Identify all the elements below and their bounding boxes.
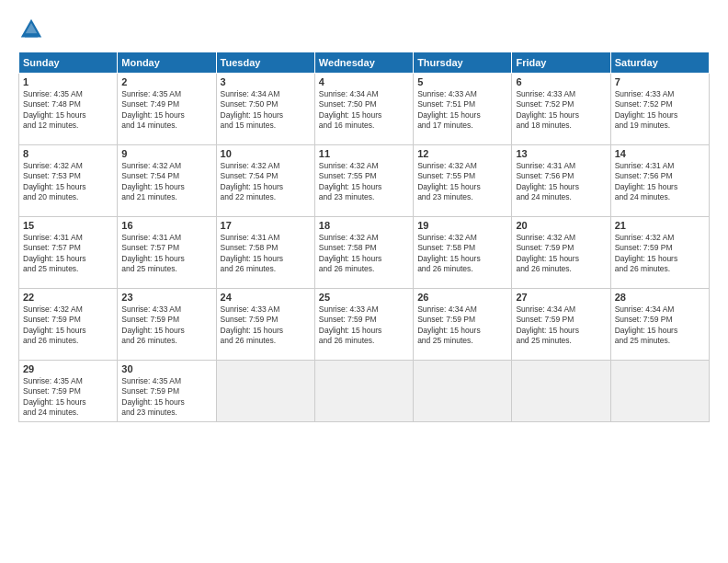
- calendar-cell: 25Sunrise: 4:33 AM Sunset: 7:59 PM Dayli…: [314, 289, 413, 361]
- day-number: 21: [615, 220, 705, 231]
- week-row-1: 1Sunrise: 4:35 AM Sunset: 7:48 PM Daylig…: [19, 74, 710, 145]
- header: [18, 17, 710, 42]
- logo-icon: [18, 17, 44, 42]
- week-row-4: 22Sunrise: 4:32 AM Sunset: 7:59 PM Dayli…: [19, 289, 710, 361]
- column-header-saturday: Saturday: [610, 52, 709, 74]
- calendar-cell: 30Sunrise: 4:35 AM Sunset: 7:59 PM Dayli…: [118, 361, 216, 422]
- column-header-friday: Friday: [512, 52, 610, 74]
- day-number: 22: [23, 292, 113, 303]
- day-number: 3: [221, 76, 311, 87]
- day-number: 15: [23, 220, 113, 231]
- day-number: 30: [121, 363, 211, 374]
- column-header-thursday: Thursday: [414, 52, 512, 74]
- logo: [18, 17, 48, 42]
- calendar-cell: 13Sunrise: 4:31 AM Sunset: 7:56 PM Dayli…: [512, 145, 610, 217]
- day-number: 14: [615, 148, 705, 159]
- day-number: 23: [121, 292, 211, 303]
- week-row-3: 15Sunrise: 4:31 AM Sunset: 7:57 PM Dayli…: [19, 217, 710, 289]
- calendar-cell: 14Sunrise: 4:31 AM Sunset: 7:56 PM Dayli…: [610, 145, 709, 217]
- day-info: Sunrise: 4:31 AM Sunset: 7:58 PM Dayligh…: [221, 233, 311, 275]
- day-number: 9: [121, 148, 211, 159]
- day-number: 2: [121, 76, 211, 87]
- calendar-cell: 22Sunrise: 4:32 AM Sunset: 7:59 PM Dayli…: [19, 289, 118, 361]
- day-number: 27: [516, 292, 606, 303]
- day-info: Sunrise: 4:34 AM Sunset: 7:50 PM Dayligh…: [319, 89, 409, 132]
- day-number: 16: [121, 220, 211, 231]
- column-header-monday: Monday: [118, 52, 216, 74]
- day-info: Sunrise: 4:35 AM Sunset: 7:49 PM Dayligh…: [121, 89, 211, 132]
- calendar-cell: 8Sunrise: 4:32 AM Sunset: 7:53 PM Daylig…: [19, 145, 118, 217]
- day-info: Sunrise: 4:35 AM Sunset: 7:48 PM Dayligh…: [23, 89, 113, 132]
- day-info: Sunrise: 4:32 AM Sunset: 7:59 PM Dayligh…: [516, 233, 606, 275]
- day-number: 4: [319, 76, 409, 87]
- calendar-cell: 12Sunrise: 4:32 AM Sunset: 7:55 PM Dayli…: [414, 145, 512, 217]
- calendar-cell: 9Sunrise: 4:32 AM Sunset: 7:54 PM Daylig…: [118, 145, 216, 217]
- day-info: Sunrise: 4:32 AM Sunset: 7:55 PM Dayligh…: [319, 161, 409, 203]
- calendar-cell: 5Sunrise: 4:33 AM Sunset: 7:51 PM Daylig…: [414, 74, 512, 145]
- calendar-cell: 18Sunrise: 4:32 AM Sunset: 7:58 PM Dayli…: [314, 217, 413, 289]
- calendar-cell: 1Sunrise: 4:35 AM Sunset: 7:48 PM Daylig…: [19, 74, 118, 145]
- day-number: 10: [221, 148, 311, 159]
- day-number: 25: [319, 292, 409, 303]
- day-info: Sunrise: 4:32 AM Sunset: 7:58 PM Dayligh…: [417, 233, 507, 275]
- calendar-cell: 26Sunrise: 4:34 AM Sunset: 7:59 PM Dayli…: [414, 289, 512, 361]
- day-number: 28: [615, 292, 705, 303]
- day-number: 8: [23, 148, 113, 159]
- calendar-cell: 11Sunrise: 4:32 AM Sunset: 7:55 PM Dayli…: [314, 145, 413, 217]
- day-number: 7: [615, 76, 705, 87]
- day-info: Sunrise: 4:32 AM Sunset: 7:58 PM Dayligh…: [319, 233, 409, 275]
- day-number: 12: [417, 148, 507, 159]
- day-info: Sunrise: 4:33 AM Sunset: 7:52 PM Dayligh…: [615, 89, 705, 132]
- calendar-cell: 27Sunrise: 4:34 AM Sunset: 7:59 PM Dayli…: [512, 289, 610, 361]
- day-info: Sunrise: 4:33 AM Sunset: 7:59 PM Dayligh…: [319, 304, 409, 347]
- calendar-cell: [610, 361, 709, 422]
- calendar-cell: 7Sunrise: 4:33 AM Sunset: 7:52 PM Daylig…: [610, 74, 709, 145]
- day-info: Sunrise: 4:32 AM Sunset: 7:59 PM Dayligh…: [615, 233, 705, 275]
- calendar-cell: 19Sunrise: 4:32 AM Sunset: 7:58 PM Dayli…: [414, 217, 512, 289]
- calendar-cell: [414, 361, 512, 422]
- calendar-cell: 2Sunrise: 4:35 AM Sunset: 7:49 PM Daylig…: [118, 74, 216, 145]
- calendar-cell: [512, 361, 610, 422]
- day-number: 26: [417, 292, 507, 303]
- calendar-cell: 20Sunrise: 4:32 AM Sunset: 7:59 PM Dayli…: [512, 217, 610, 289]
- day-info: Sunrise: 4:31 AM Sunset: 7:57 PM Dayligh…: [121, 233, 211, 275]
- day-info: Sunrise: 4:34 AM Sunset: 7:59 PM Dayligh…: [615, 304, 705, 347]
- day-info: Sunrise: 4:31 AM Sunset: 7:57 PM Dayligh…: [23, 233, 113, 275]
- calendar-cell: 17Sunrise: 4:31 AM Sunset: 7:58 PM Dayli…: [216, 217, 314, 289]
- calendar-cell: [216, 361, 314, 422]
- calendar-cell: 21Sunrise: 4:32 AM Sunset: 7:59 PM Dayli…: [610, 217, 709, 289]
- calendar-table: SundayMondayTuesdayWednesdayThursdayFrid…: [18, 52, 710, 422]
- day-number: 19: [417, 220, 507, 231]
- column-header-tuesday: Tuesday: [216, 52, 314, 74]
- day-info: Sunrise: 4:34 AM Sunset: 7:50 PM Dayligh…: [221, 89, 311, 132]
- day-info: Sunrise: 4:33 AM Sunset: 7:52 PM Dayligh…: [516, 89, 606, 132]
- week-row-2: 8Sunrise: 4:32 AM Sunset: 7:53 PM Daylig…: [19, 145, 710, 217]
- day-info: Sunrise: 4:32 AM Sunset: 7:53 PM Dayligh…: [23, 161, 113, 203]
- calendar-cell: 29Sunrise: 4:35 AM Sunset: 7:59 PM Dayli…: [19, 361, 118, 422]
- day-number: 24: [221, 292, 311, 303]
- calendar-cell: 23Sunrise: 4:33 AM Sunset: 7:59 PM Dayli…: [118, 289, 216, 361]
- day-info: Sunrise: 4:31 AM Sunset: 7:56 PM Dayligh…: [516, 161, 606, 203]
- column-header-sunday: Sunday: [19, 52, 118, 74]
- day-number: 11: [319, 148, 409, 159]
- calendar-cell: 10Sunrise: 4:32 AM Sunset: 7:54 PM Dayli…: [216, 145, 314, 217]
- day-number: 13: [516, 148, 606, 159]
- svg-rect-2: [25, 33, 38, 37]
- calendar-cell: 15Sunrise: 4:31 AM Sunset: 7:57 PM Dayli…: [19, 217, 118, 289]
- week-row-5: 29Sunrise: 4:35 AM Sunset: 7:59 PM Dayli…: [19, 361, 710, 422]
- header-row: SundayMondayTuesdayWednesdayThursdayFrid…: [19, 52, 710, 74]
- calendar-cell: 4Sunrise: 4:34 AM Sunset: 7:50 PM Daylig…: [314, 74, 413, 145]
- day-number: 5: [417, 76, 507, 87]
- page: SundayMondayTuesdayWednesdayThursdayFrid…: [0, 0, 728, 563]
- day-info: Sunrise: 4:32 AM Sunset: 7:59 PM Dayligh…: [23, 304, 113, 347]
- day-info: Sunrise: 4:35 AM Sunset: 7:59 PM Dayligh…: [121, 376, 211, 419]
- calendar-cell: 6Sunrise: 4:33 AM Sunset: 7:52 PM Daylig…: [512, 74, 610, 145]
- day-info: Sunrise: 4:33 AM Sunset: 7:51 PM Dayligh…: [417, 89, 507, 132]
- day-number: 29: [23, 363, 113, 374]
- calendar-cell: [314, 361, 413, 422]
- day-info: Sunrise: 4:34 AM Sunset: 7:59 PM Dayligh…: [516, 304, 606, 347]
- calendar-cell: 24Sunrise: 4:33 AM Sunset: 7:59 PM Dayli…: [216, 289, 314, 361]
- column-header-wednesday: Wednesday: [314, 52, 413, 74]
- day-info: Sunrise: 4:33 AM Sunset: 7:59 PM Dayligh…: [121, 304, 211, 347]
- day-number: 1: [23, 76, 113, 87]
